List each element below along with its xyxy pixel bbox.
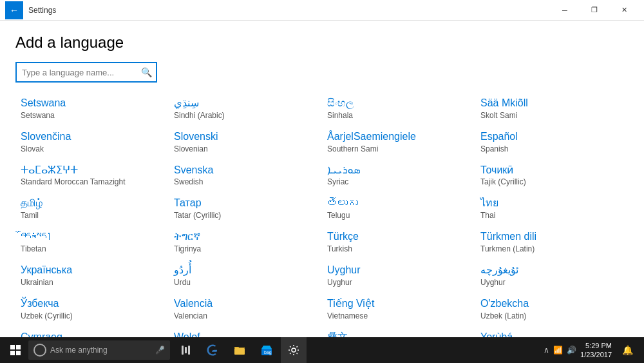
- list-item[interactable]: سِنڌِي Sindhi (Arabic): [169, 93, 322, 126]
- list-item[interactable]: ⵜⴰⵎⴰⵣⵉⵖⵜ Standard Moroccan Tamazight: [15, 160, 169, 193]
- language-native-name: أُردُو: [174, 264, 317, 277]
- settings-taskbar-button[interactable]: [281, 337, 307, 363]
- up-arrow-icon[interactable]: ∧: [544, 346, 549, 355]
- start-button[interactable]: [3, 337, 28, 363]
- language-english-name: Swedish: [174, 177, 317, 186]
- edge-browser-button[interactable]: [200, 337, 225, 363]
- close-button[interactable]: ✕: [609, 0, 639, 21]
- list-item[interactable]: Valencià Valencian: [169, 293, 322, 327]
- list-item[interactable]: Setswana Setswana: [15, 93, 169, 126]
- volume-icon: 🔊: [567, 346, 576, 355]
- page-title: Add a language: [15, 34, 629, 52]
- file-explorer-button[interactable]: [227, 337, 252, 363]
- clock[interactable]: 5:29 PM 1/23/2017: [580, 341, 612, 360]
- list-item[interactable]: Türkmen dili Turkmen (Latin): [475, 226, 629, 260]
- list-item[interactable]: Slovenčina Slovak: [15, 126, 169, 160]
- language-english-name: Tatar (Cyrillic): [174, 211, 317, 220]
- microphone-icon: 🎤: [155, 346, 165, 355]
- language-native-name: Татар: [174, 197, 317, 210]
- language-native-name: සිංහල: [327, 97, 470, 110]
- list-item[interactable]: தமிழ் Tamil: [15, 193, 169, 226]
- back-button[interactable]: ←: [5, 1, 23, 19]
- list-item[interactable]: Slovenski Slovenian: [169, 126, 322, 160]
- window-controls: ─ ❐ ✕: [550, 0, 639, 21]
- language-english-name: Thai: [480, 211, 623, 220]
- language-english-name: Setswana: [21, 111, 164, 120]
- language-english-name: Sindhi (Arabic): [174, 111, 317, 120]
- language-native-name: ትግርኛ: [174, 230, 317, 244]
- list-item[interactable]: Uyghur Uyghur: [322, 260, 475, 293]
- svg-rect-5: [234, 348, 245, 355]
- task-view-icon: [182, 346, 190, 355]
- language-english-name: Tibetan: [21, 244, 164, 253]
- language-english-name: Ukrainian: [21, 278, 164, 287]
- task-view-button[interactable]: [173, 337, 198, 363]
- taskbar-search-text: Ask me anything: [50, 346, 108, 355]
- main-content: Add a language 🔍 Setswana Setswana سِنڌِ…: [0, 21, 644, 337]
- language-english-name: Slovenian: [174, 144, 317, 153]
- list-item[interactable]: Español Spanish: [475, 126, 629, 160]
- list-item[interactable]: Татар Tatar (Cyrillic): [169, 193, 322, 226]
- language-english-name: Skolt Sami: [480, 111, 623, 120]
- list-item[interactable]: Українська Ukrainian: [15, 260, 169, 293]
- maximize-button[interactable]: ❐: [580, 0, 609, 21]
- title-bar: ← Settings ─ ❐ ✕: [0, 0, 644, 21]
- list-item[interactable]: Sää Mkiõll Skolt Sami: [475, 93, 629, 126]
- taskbar-apps: bag: [173, 337, 307, 363]
- minimize-button[interactable]: ─: [550, 0, 580, 21]
- language-native-name: Slovenski: [174, 130, 317, 144]
- list-item[interactable]: Yorùbá Yoruba: [475, 327, 629, 337]
- language-english-name: Urdu: [174, 278, 317, 287]
- language-native-name: Español: [480, 130, 623, 144]
- list-item[interactable]: Tiếng Việt Vietnamese: [322, 293, 475, 327]
- language-native-name: Cymraeg: [21, 331, 164, 337]
- language-english-name: Uyghur: [327, 278, 470, 287]
- list-item[interactable]: Wolof Wolof: [169, 327, 322, 337]
- list-item[interactable]: Svenska Swedish: [169, 160, 322, 193]
- language-english-name: Uzbek (Cyrillic): [21, 311, 164, 320]
- search-box: 🔍: [15, 62, 157, 83]
- list-item[interactable]: Ўзбекча Uzbek (Cyrillic): [15, 293, 169, 327]
- list-item[interactable]: أُردُو Urdu: [169, 260, 322, 293]
- list-item[interactable]: ÅarjelSaemiengiele Southern Sami: [322, 126, 475, 160]
- language-english-name: Vietnamese: [327, 311, 470, 320]
- list-item[interactable]: ትግርኛ Tigrinya: [169, 226, 322, 260]
- language-english-name: Turkish: [327, 244, 470, 253]
- language-english-name: Spanish: [480, 144, 623, 153]
- language-native-name: ئۇيغۇرچە: [480, 264, 623, 277]
- taskbar-right: ∧ 📶 🔊 5:29 PM 1/23/2017 🔔: [544, 337, 641, 363]
- language-english-name: Uyghur: [480, 278, 623, 287]
- language-native-name: O'zbekcha: [480, 297, 623, 311]
- list-item[interactable]: Türkçe Turkish: [322, 226, 475, 260]
- store-button[interactable]: bag: [254, 337, 279, 363]
- language-native-name: தமிழ்: [21, 197, 164, 210]
- language-native-name: Türkçe: [327, 230, 470, 244]
- taskbar: Ask me anything 🎤: [0, 337, 644, 363]
- language-english-name: Tamil: [21, 211, 164, 220]
- language-native-name: Точикӣ: [480, 164, 623, 177]
- taskbar-search[interactable]: Ask me anything 🎤: [28, 340, 170, 360]
- notification-button[interactable]: 🔔: [616, 337, 639, 363]
- search-icon: 🔍: [137, 63, 156, 82]
- list-item[interactable]: 彝文 Yi: [322, 327, 475, 337]
- language-english-name: Syriac: [327, 177, 470, 186]
- language-native-name: བོད་སྐད།: [21, 230, 164, 244]
- svg-text:bag: bag: [264, 350, 272, 355]
- svg-rect-1: [16, 345, 21, 349]
- list-item[interactable]: བོད་སྐད། Tibetan: [15, 226, 169, 260]
- list-item[interactable]: ไทย Thai: [475, 193, 629, 226]
- list-item[interactable]: Точикӣ Tajik (Cyrillic): [475, 160, 629, 193]
- language-native-name: Türkmen dili: [480, 230, 623, 244]
- list-item[interactable]: සිංහල Sinhala: [322, 93, 475, 126]
- list-item[interactable]: తెలుగు Telugu: [322, 193, 475, 226]
- language-native-name: Uyghur: [327, 264, 470, 277]
- language-native-name: ไทย: [480, 197, 623, 210]
- search-input[interactable]: [17, 68, 137, 77]
- list-item[interactable]: ܣܘܪܝܝܐ Syriac: [322, 160, 475, 193]
- language-grid: Setswana Setswana سِنڌِي Sindhi (Arabic)…: [15, 93, 629, 337]
- svg-rect-2: [10, 351, 15, 355]
- language-english-name: Uzbek (Latin): [480, 311, 623, 320]
- list-item[interactable]: Cymraeg Welsh: [15, 327, 169, 337]
- list-item[interactable]: ئۇيغۇرچە Uyghur: [475, 260, 629, 293]
- list-item[interactable]: O'zbekcha Uzbek (Latin): [475, 293, 629, 327]
